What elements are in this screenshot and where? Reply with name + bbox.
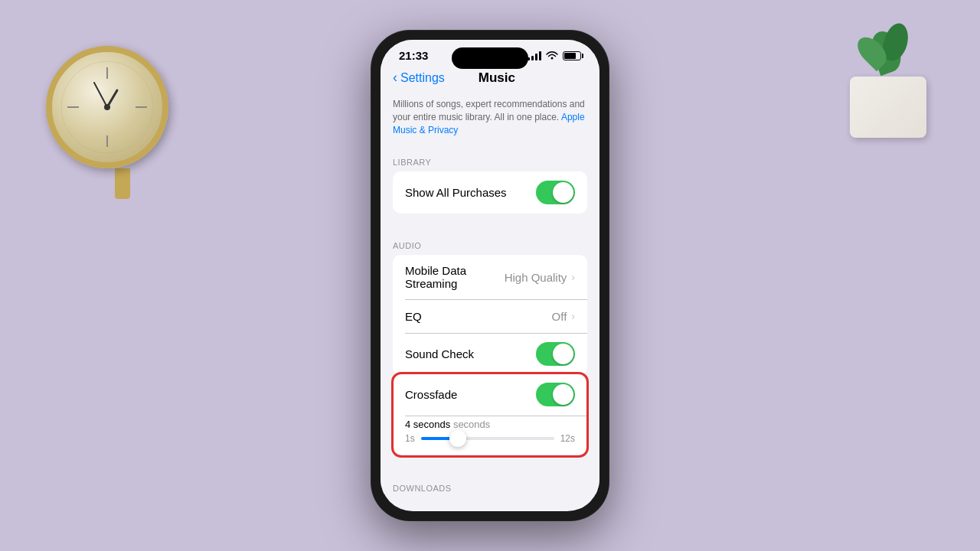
back-button[interactable]: ‹ Settings — [393, 70, 445, 86]
crossfade-label: Crossfade — [405, 388, 536, 401]
audio-group: Mobile Data Streaming High Quality › EQ … — [393, 255, 587, 375]
svg-line-6 — [94, 83, 107, 107]
back-button-label: Settings — [400, 71, 445, 85]
slider-track-area[interactable]: 1s 12s — [405, 433, 575, 444]
slider-max-label: 12s — [560, 433, 575, 444]
plant-decoration — [819, 15, 957, 168]
show-all-purchases-toggle[interactable] — [536, 181, 575, 204]
status-icons — [528, 51, 581, 60]
toggle-thumb — [553, 182, 573, 203]
dynamic-island — [452, 47, 528, 69]
seconds-label: seconds — [453, 419, 490, 430]
slider-thumb[interactable] — [449, 430, 466, 447]
eq-value: Off — [552, 310, 567, 323]
crossfade-row[interactable]: Crossfade — [393, 373, 587, 416]
slider-value-label: 4 seconds seconds — [405, 419, 575, 430]
sound-check-toggle[interactable] — [536, 342, 575, 366]
crossfade-group: Crossfade 4 seconds seconds 1s — [393, 373, 587, 455]
settings-content[interactable]: Millions of songs, expert recommendation… — [381, 92, 599, 494]
library-group: Show All Purchases — [393, 171, 587, 214]
library-section-header: LIBRARY — [381, 145, 599, 171]
crossfade-toggle[interactable] — [536, 383, 575, 406]
clock-decoration — [46, 46, 199, 214]
phone-device: 21:33 ‹ — [371, 31, 609, 520]
mobile-data-streaming-label: Mobile Data Streaming — [405, 264, 505, 290]
navigation-bar: ‹ Settings Music — [381, 67, 599, 92]
eq-chevron-icon: › — [571, 310, 575, 322]
signal-icon — [528, 51, 541, 60]
crossfade-highlight-box: Crossfade 4 seconds seconds 1s — [393, 373, 587, 456]
slider-track[interactable] — [421, 437, 554, 440]
downloads-section-header: DOWNLOADS — [381, 471, 599, 494]
crossfade-slider-container: 4 seconds seconds 1s 12s — [393, 416, 587, 455]
mobile-data-streaming-row[interactable]: Mobile Data Streaming High Quality › — [393, 255, 587, 299]
eq-row[interactable]: EQ Off › — [393, 299, 587, 333]
chevron-icon: › — [571, 271, 575, 283]
sound-check-label: Sound Check — [405, 347, 536, 360]
audio-section-header: AUDIO — [381, 229, 599, 255]
wifi-icon — [546, 51, 558, 60]
eq-label: EQ — [405, 310, 552, 323]
phone-screen: 21:33 ‹ — [381, 40, 599, 511]
status-time: 21:33 — [399, 49, 428, 62]
sound-check-row[interactable]: Sound Check — [393, 333, 587, 375]
show-all-purchases-label: Show All Purchases — [405, 186, 536, 199]
back-chevron-icon: ‹ — [393, 70, 397, 86]
page-title: Music — [445, 70, 549, 86]
battery-icon — [563, 51, 581, 60]
slider-min-label: 1s — [405, 433, 415, 444]
music-description: Millions of songs, expert recommendation… — [381, 92, 599, 145]
show-all-purchases-row[interactable]: Show All Purchases — [393, 171, 587, 214]
mobile-data-streaming-value: High Quality — [505, 271, 567, 284]
svg-point-7 — [104, 104, 110, 110]
